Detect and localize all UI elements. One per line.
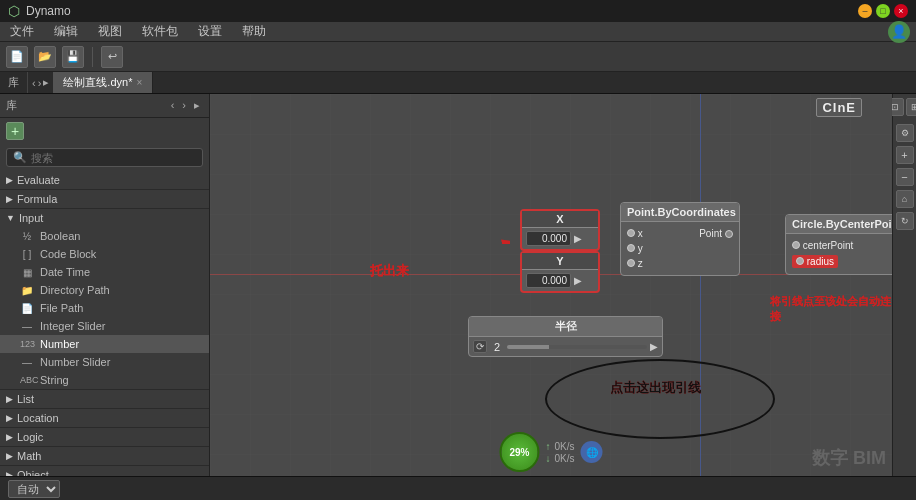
port-x-in[interactable] (627, 229, 635, 237)
numberslider-label: Number Slider (40, 356, 110, 368)
menu-edit[interactable]: 编辑 (50, 23, 82, 40)
y-input-node: Y ▶ (520, 251, 600, 293)
sidebar-item-string[interactable]: ABC String (0, 371, 209, 389)
undo-button[interactable]: ↩ (101, 46, 123, 68)
fit-view-btn[interactable]: ⌂ (896, 190, 914, 208)
stat2-value: 0K/s (554, 453, 574, 464)
port-y-in[interactable] (627, 244, 635, 252)
sidebar-item-filepath[interactable]: 📄 File Path (0, 299, 209, 317)
chevron-right-icon4: ▶ (6, 413, 13, 423)
section-logic-label: Logic (17, 431, 43, 443)
tab-nav-left[interactable]: ‹ (32, 77, 36, 89)
point-port-x-label: x (627, 228, 643, 239)
zoom-in-btn[interactable]: + (896, 146, 914, 164)
port-z-in[interactable] (627, 259, 635, 267)
circle-node-body: centerPoint Circle radius (786, 234, 892, 274)
add-library-button[interactable]: + (6, 122, 24, 140)
section-list: ▶ List (0, 390, 209, 409)
point-port-y: y (621, 241, 739, 256)
upload-icon: ↑ (545, 441, 550, 452)
app-title: Dynamo (26, 4, 71, 18)
x-input-node: X ▶ (520, 209, 600, 251)
section-location-header[interactable]: ▶ Location (0, 409, 209, 427)
stats-box: ↑ 0K/s ↓ 0K/s (545, 441, 574, 464)
sidebar: 库 ‹ › ▸ + 🔍 ▶ Evaluate (0, 94, 210, 476)
cine-logo: CInE (816, 98, 862, 117)
sidebar-item-codeblock[interactable]: [ ] Code Block (0, 245, 209, 263)
reset-view-btn[interactable]: ↻ (896, 212, 914, 230)
toolbar: 📄 📂 💾 ↩ (0, 42, 916, 72)
tab-nav-right[interactable]: › (38, 77, 42, 89)
section-math-header[interactable]: ▶ Math (0, 447, 209, 465)
settings-btn[interactable]: ⚙ (896, 124, 914, 142)
close-button[interactable]: × (894, 4, 908, 18)
chevron-right-icon7: ▶ (6, 470, 13, 476)
radius-slider[interactable] (507, 345, 647, 349)
section-evaluate-header[interactable]: ▶ Evaluate (0, 171, 209, 189)
new-button[interactable]: 📄 (6, 46, 28, 68)
open-button[interactable]: 📂 (34, 46, 56, 68)
point-output: Point (699, 228, 733, 239)
circle-port-center: centerPoint Circle (786, 238, 892, 253)
sidebar-item-boolean[interactable]: ½ Boolean (0, 227, 209, 245)
zoom-out-btn[interactable]: − (896, 168, 914, 186)
file-icon: 📄 (20, 303, 34, 314)
number-icon: 123 (20, 339, 34, 349)
user-avatar[interactable]: 👤 (888, 21, 910, 43)
maximize-button[interactable]: □ (876, 4, 890, 18)
chevron-right-icon3: ▶ (6, 394, 13, 404)
save-button[interactable]: 💾 (62, 46, 84, 68)
section-list-header[interactable]: ▶ List (0, 390, 209, 408)
section-logic: ▶ Logic (0, 428, 209, 447)
numberslider-icon: — (20, 357, 34, 368)
section-logic-header[interactable]: ▶ Logic (0, 428, 209, 446)
y-input-row: ▶ (522, 270, 598, 291)
minimize-button[interactable]: – (858, 4, 872, 18)
sidebar-nav-left[interactable]: ‹ (168, 98, 178, 113)
menu-settings[interactable]: 设置 (194, 23, 226, 40)
tabs-row: 库 ‹ › ▸ 绘制直线.dyn* × (0, 72, 916, 94)
section-location-label: Location (17, 412, 59, 424)
y-value-input[interactable] (526, 273, 571, 288)
port-center-in[interactable] (792, 241, 800, 249)
x-value-input[interactable] (526, 231, 571, 246)
section-object-label: Object (17, 469, 49, 476)
menu-view[interactable]: 视图 (94, 23, 126, 40)
section-formula: ▶ Formula (0, 190, 209, 209)
menu-file[interactable]: 文件 (6, 23, 38, 40)
circle-port-radius: radius (786, 253, 892, 270)
point-port-z-label: z (627, 258, 643, 269)
sidebar-item-number[interactable]: 123 Number (0, 335, 209, 353)
search-input[interactable] (31, 152, 196, 164)
directorypath-label: Directory Path (40, 284, 110, 296)
sidebar-item-numberslider[interactable]: — Number Slider (0, 353, 209, 371)
view-btn-2[interactable]: ⊞ (906, 98, 917, 116)
boolean-icon: ½ (20, 231, 34, 242)
port-point-out[interactable] (725, 230, 733, 238)
filepath-label: File Path (40, 302, 83, 314)
menu-help[interactable]: 帮助 (238, 23, 270, 40)
section-input-header[interactable]: ▼ Input (0, 209, 209, 227)
circle-node: Circle.ByCenterPointRadius centerPoint C… (785, 214, 892, 275)
boolean-label: Boolean (40, 230, 80, 242)
sidebar-list: ▶ Evaluate ▶ Formula ▼ Input ½ (0, 171, 209, 476)
menu-packages[interactable]: 软件包 (138, 23, 182, 40)
sidebar-item-datetime[interactable]: ▦ Date Time (0, 263, 209, 281)
section-formula-header[interactable]: ▶ Formula (0, 190, 209, 208)
sidebar-nav-right[interactable]: › (179, 98, 189, 113)
radius-spin-button[interactable]: ⟳ (473, 340, 487, 353)
run-button[interactable]: 29% (499, 432, 539, 472)
y-axis-line (700, 94, 701, 476)
active-tab[interactable]: 绘制直线.dyn* × (53, 72, 153, 93)
run-mode-dropdown[interactable]: 自动 手动 (8, 480, 60, 498)
section-object-header[interactable]: ▶ Object (0, 466, 209, 476)
sidebar-item-directorypath[interactable]: 📁 Directory Path (0, 281, 209, 299)
sidebar-item-integerslider[interactable]: — Integer Slider (0, 317, 209, 335)
section-math: ▶ Math (0, 447, 209, 466)
tab-nav-more[interactable]: ▸ (43, 76, 49, 89)
port-radius-in[interactable] (796, 257, 804, 265)
tab-close-button[interactable]: × (136, 77, 142, 88)
sidebar-nav-more[interactable]: ▸ (191, 98, 203, 113)
canvas-area[interactable]: X ▶ Y ▶ Point.ByCoordinates x Point (210, 94, 892, 476)
stat-row-1: ↑ 0K/s (545, 441, 574, 452)
